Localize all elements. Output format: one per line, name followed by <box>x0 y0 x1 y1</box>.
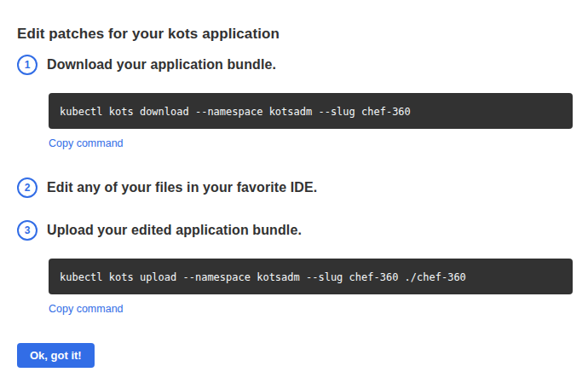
step-2-header: 2 Edit any of your files in your favorit… <box>17 177 573 198</box>
ok-got-it-button[interactable]: Ok, got it! <box>17 343 95 368</box>
step-1-command-text: kubectl kots download --namespace kotsad… <box>60 106 411 118</box>
edit-patches-panel: Edit patches for your kots application 1… <box>0 0 588 378</box>
step-3-command-text: kubectl kots upload --namespace kotsadm … <box>60 271 466 283</box>
step-2-heading: Edit any of your files in your favorite … <box>47 180 317 195</box>
step-1-number-badge: 1 <box>17 55 37 75</box>
page-title: Edit patches for your kots application <box>17 26 573 43</box>
step-1-header: 1 Download your application bundle. <box>17 55 573 75</box>
step-3-header: 3 Upload your edited application bundle. <box>17 220 573 241</box>
step-3-heading: Upload your edited application bundle. <box>47 223 302 238</box>
step-3-command-snippet: kubectl kots upload --namespace kotsadm … <box>49 259 573 294</box>
step-1-command-snippet: kubectl kots download --namespace kotsad… <box>49 93 573 129</box>
step-2-number-badge: 2 <box>17 177 37 198</box>
step-1-copy-command-link[interactable]: Copy command <box>49 137 124 149</box>
step-1-heading: Download your application bundle. <box>47 57 276 73</box>
step-3-copy-command-link[interactable]: Copy command <box>49 303 124 315</box>
step-3-number-badge: 3 <box>17 220 37 241</box>
